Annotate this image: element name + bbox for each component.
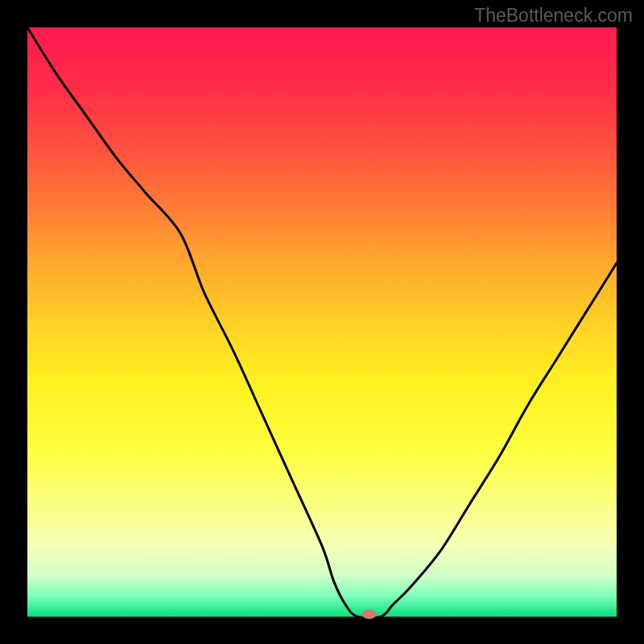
plot-background bbox=[27, 27, 617, 617]
bottleneck-chart: TheBottleneck.com bbox=[0, 0, 644, 644]
optimum-marker bbox=[362, 609, 377, 619]
watermark-text: TheBottleneck.com bbox=[474, 5, 633, 27]
chart-svg bbox=[0, 0, 644, 644]
